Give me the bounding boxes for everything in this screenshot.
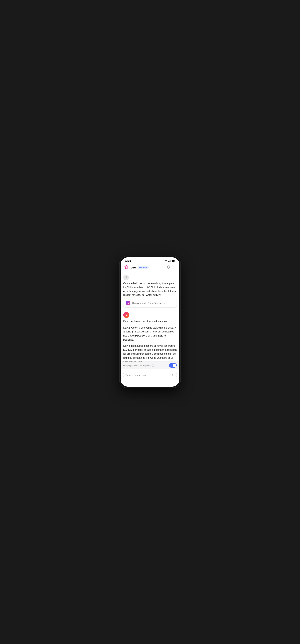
status-time: 12:30 xyxy=(125,260,131,262)
phone-frame: 12:30 xyxy=(120,256,180,388)
ai-day1: Day 1: Arrive and explore the local area… xyxy=(123,320,177,324)
user-avatar xyxy=(123,275,129,280)
home-bar xyxy=(141,385,159,385)
ai-message-text: Day 1: Arrive and explore the local area… xyxy=(123,320,177,362)
input-area xyxy=(121,369,179,382)
page-context-text: Use page context for response xyxy=(123,364,151,367)
header-left: Leo PREMIUM xyxy=(124,265,167,270)
user-message-container: Can you help me to create a 4-day travel… xyxy=(123,275,177,310)
wifi-icon xyxy=(165,260,167,262)
battery-icon xyxy=(172,260,175,262)
premium-badge: PREMIUM xyxy=(138,266,149,269)
prompt-input[interactable] xyxy=(126,374,168,376)
svg-point-9 xyxy=(175,267,176,267)
input-container xyxy=(123,371,177,379)
svg-rect-11 xyxy=(127,302,129,304)
page-context-toggle[interactable] xyxy=(169,363,177,368)
search-card[interactable]: Things to do in Cabo San Lucas xyxy=(123,298,177,308)
status-icons xyxy=(165,260,175,262)
ai-message-container: Day 1: Arrive and explore the local area… xyxy=(123,312,177,362)
ai-avatar xyxy=(123,312,129,318)
home-indicator xyxy=(121,382,179,386)
ai-day2: Day 2: Go on a snorkeling tour, which is… xyxy=(123,326,177,342)
svg-rect-1 xyxy=(169,261,170,262)
svg-point-10 xyxy=(126,276,127,278)
phone-inner: 12:30 xyxy=(121,258,179,386)
diamond-icon[interactable] xyxy=(167,265,170,270)
chat-area[interactable]: Can you help me to create a 4-day travel… xyxy=(121,272,179,362)
info-icon[interactable]: i xyxy=(152,364,154,367)
bottom-controls: Use page context for response i xyxy=(121,362,179,369)
app-title: Leo xyxy=(130,266,136,269)
svg-rect-0 xyxy=(168,261,169,262)
signal-icon xyxy=(168,260,171,262)
app-header: Leo PREMIUM xyxy=(121,263,179,272)
search-card-text: Things to do in Cabo San Lucas xyxy=(132,302,165,304)
svg-point-8 xyxy=(174,267,175,267)
svg-point-6 xyxy=(126,267,127,268)
user-message-text: Can you help me to create a 4-day travel… xyxy=(123,282,177,297)
svg-point-7 xyxy=(173,267,174,267)
svg-rect-3 xyxy=(170,260,171,262)
ai-day3: Day 3: Rent a paddleboard or kayak for a… xyxy=(123,344,177,362)
more-options-icon[interactable] xyxy=(173,265,176,270)
svg-rect-5 xyxy=(172,260,175,262)
status-bar: 12:30 xyxy=(121,258,179,263)
header-actions xyxy=(167,265,176,270)
send-button[interactable] xyxy=(169,372,174,378)
search-card-icon xyxy=(126,301,130,305)
leo-star-icon xyxy=(124,265,129,270)
svg-point-12 xyxy=(128,303,128,303)
svg-rect-2 xyxy=(170,260,170,262)
page-context-label: Use page context for response i xyxy=(123,364,154,367)
